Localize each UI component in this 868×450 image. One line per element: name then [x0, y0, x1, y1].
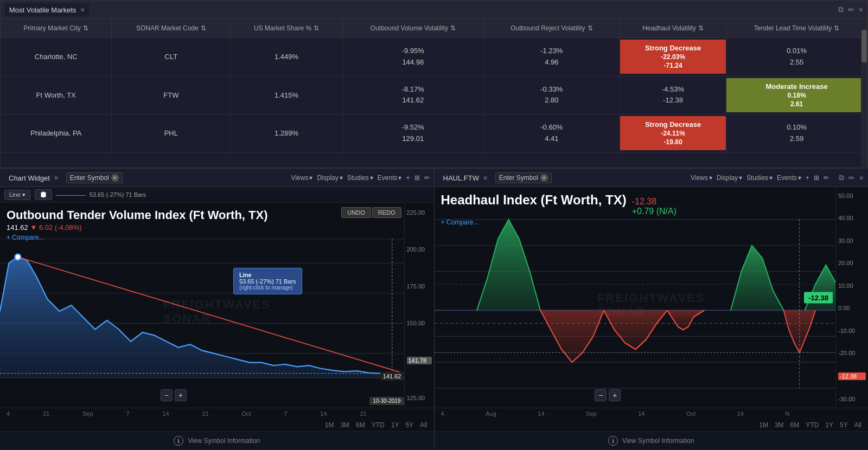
chart-widget-tab-label: Chart Widget	[9, 174, 50, 182]
period-6m-left[interactable]: 6M	[356, 421, 365, 429]
cell-share-3: 1.289%	[231, 114, 343, 153]
popout-btn-right[interactable]: ⧉	[839, 173, 844, 182]
views-btn-right[interactable]: Views ▾	[691, 174, 712, 182]
scroll-thumb[interactable]	[861, 30, 867, 62]
chart-widget-tab[interactable]: Chart Widget ×	[4, 171, 63, 184]
cell-hv-1: Strong Decrease -22.03% -71.24	[620, 38, 726, 76]
chevron-icon-r3: ▾	[769, 174, 773, 182]
line-type-selector[interactable]: Line ▾	[4, 190, 30, 200]
symbol-input-left[interactable]: Enter Symbol ×	[66, 172, 123, 183]
col-tltv[interactable]: Tender Lead Time Volatility ⇅	[726, 19, 867, 38]
compare-btn-right[interactable]: + Compare...	[441, 218, 677, 226]
period-all-right[interactable]: All	[854, 421, 861, 429]
col-city[interactable]: Primary Market City ⇅	[1, 19, 112, 38]
period-6m-right[interactable]: 6M	[790, 421, 800, 429]
close-btn-right[interactable]: ×	[859, 173, 864, 182]
cell-tltv-1: 0.01% 2.55	[726, 38, 867, 76]
chart-widget-close[interactable]: ×	[54, 173, 59, 182]
period-all-left[interactable]: All	[420, 421, 427, 429]
sort-icon-hv: ⇅	[698, 24, 704, 32]
period-ytd-left[interactable]: YTD	[372, 421, 385, 429]
cell-ovv-1: -9.95% 144.98	[342, 38, 483, 76]
period-3m-right[interactable]: 3M	[775, 421, 784, 429]
studies-btn-left[interactable]: Studies ▾	[347, 174, 373, 182]
chart-controls-left: Views ▾ Display ▾ Studies ▾ Events ▾ + ⊞…	[291, 174, 430, 182]
x-label: 21	[202, 410, 208, 417]
popout-btn[interactable]: ⧉	[838, 5, 844, 14]
chevron-icon-r2: ▾	[739, 174, 742, 182]
col-orv[interactable]: Outbound Reject Volatility ⇅	[483, 19, 620, 38]
period-5y-right[interactable]: 5Y	[840, 421, 848, 429]
scroll-bar[interactable]	[861, 19, 867, 169]
sort-icon-ovv: ⇅	[450, 24, 456, 32]
col-code[interactable]: SONAR Market Code ⇅	[112, 19, 231, 38]
cell-orv-2: -0.33% 2.80	[483, 76, 620, 114]
symbol-clear-right[interactable]: ×	[540, 174, 548, 182]
period-1m-right[interactable]: 1M	[759, 421, 768, 429]
studies-btn-right[interactable]: Studies ▾	[746, 174, 773, 182]
cell-code-1: CLT	[112, 38, 231, 76]
y-axis-right: 50.00 40.00 30.00 20.00 10.00 0.00 -10.0…	[835, 187, 868, 408]
x-label-r: Oct	[686, 410, 695, 417]
period-1m-left[interactable]: 1M	[325, 421, 334, 429]
zoom-controls-right: − +	[595, 389, 621, 401]
x-label-r: 14	[638, 410, 644, 417]
draw-btn-right[interactable]: ✏	[824, 174, 829, 182]
draw-btn-left[interactable]: ✏	[424, 174, 430, 182]
footer-text-right[interactable]: View Symbol Information	[622, 437, 694, 445]
tab-close-btn[interactable]: ×	[80, 5, 85, 14]
table-icon-right[interactable]: ⊞	[814, 174, 819, 182]
x-label: 7	[284, 410, 287, 417]
add-btn-right[interactable]: +	[806, 174, 809, 182]
footer-text-left[interactable]: View Symbol Information	[188, 437, 260, 445]
table-icon-left[interactable]: ⊞	[414, 174, 420, 182]
period-5y-left[interactable]: 5Y	[405, 421, 413, 429]
period-3m-left[interactable]: 3M	[340, 421, 349, 429]
pencil-btn[interactable]: ✏	[848, 5, 854, 14]
date-tooltip-left: 10-30-2019	[369, 397, 404, 405]
symbol-label-right: Enter Symbol	[499, 174, 538, 182]
compare-btn-left[interactable]: + Compare...	[7, 234, 268, 241]
col-ovv[interactable]: Outbound Volume Volatility ⇅	[342, 19, 483, 38]
x-label: 14	[162, 410, 169, 417]
x-spacer	[399, 410, 429, 417]
chart-controls-right: Views ▾ Display ▾ Studies ▾ Events ▾ + ⊞…	[691, 174, 829, 182]
period-ytd-right[interactable]: YTD	[806, 421, 819, 429]
period-1y-left[interactable]: 1Y	[391, 421, 399, 429]
table-row: Philadelphia, PA PHL 1.289% -9.52% 129.0…	[1, 114, 867, 153]
zoom-in-btn-left[interactable]: +	[175, 389, 187, 401]
events-btn-left[interactable]: Events ▾	[378, 174, 402, 182]
chevron-icon: ▾	[340, 174, 343, 182]
close-btn[interactable]: ×	[859, 5, 863, 14]
cell-hv-2: -4.53% -12.38	[620, 76, 726, 114]
zoom-in-btn-right[interactable]: +	[609, 389, 621, 401]
top-panel-tab-bar: Most Volatile Markets × ⧉ ✏ ×	[1, 1, 867, 19]
haul-tab[interactable]: HAUL.FTW ×	[439, 171, 492, 184]
x-label-r: Sep	[586, 410, 597, 417]
views-btn-left[interactable]: Views ▾	[291, 174, 313, 182]
col-share[interactable]: US Market Share % ⇅	[231, 19, 343, 38]
haul-tab-close[interactable]: ×	[483, 173, 488, 182]
most-volatile-tab[interactable]: Most Volatile Markets ×	[5, 3, 89, 16]
period-buttons-left: 1M 3M 6M YTD 1Y 5Y All	[0, 419, 434, 431]
haul-price-area: -12.38 +0.79 (N/A)	[632, 197, 676, 216]
display-btn-right[interactable]: Display ▾	[717, 174, 742, 182]
x-label: Oct	[241, 410, 251, 417]
zoom-out-btn-right[interactable]: −	[595, 389, 607, 401]
add-btn-left[interactable]: +	[406, 174, 410, 182]
events-btn-right[interactable]: Events ▾	[777, 174, 801, 182]
x-label-r: 4	[441, 410, 444, 417]
symbol-input-right[interactable]: Enter Symbol ×	[495, 172, 552, 183]
zoom-out-btn-left[interactable]: −	[161, 389, 173, 401]
table-row: Ft Worth, TX FTW 1.415% -8.17% 141.62 -0…	[1, 76, 867, 114]
candle-btn[interactable]	[35, 189, 52, 200]
pencil-btn-right[interactable]: ✏	[848, 173, 855, 182]
tab-title: Most Volatile Markets	[9, 6, 76, 14]
display-btn-left[interactable]: Display ▾	[317, 174, 342, 182]
col-hv[interactable]: Headhaul Volatility ⇅	[620, 19, 726, 38]
haul-tab-label: HAUL.FTW	[443, 174, 479, 182]
period-1y-right[interactable]: 1Y	[825, 421, 833, 429]
symbol-clear-left[interactable]: ×	[111, 174, 119, 182]
cell-hv-3: Strong Decrease -24.11% -19.60	[620, 114, 726, 153]
haul-panel: HAUL.FTW × Enter Symbol × Views ▾ Displa…	[435, 169, 869, 450]
